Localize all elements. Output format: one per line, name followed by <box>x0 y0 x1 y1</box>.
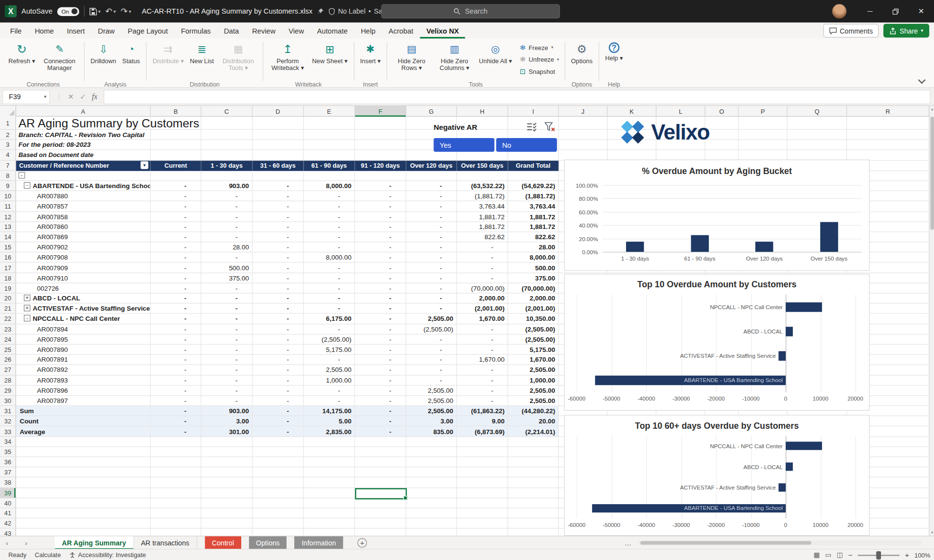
cell-G11[interactable]: - <box>406 201 457 211</box>
cell-A34[interactable] <box>16 437 151 447</box>
cell-B7[interactable]: Current <box>151 160 201 171</box>
cell-A9[interactable]: -ABARTENDE - USA Bartending School <box>16 181 151 191</box>
cell-B11[interactable]: - <box>151 201 201 211</box>
row-header-12[interactable]: 12 <box>0 211 16 222</box>
cell-I30[interactable]: 2,505.00 <box>508 396 558 406</box>
cell-B41[interactable] <box>151 508 201 519</box>
menu-tab-insert[interactable]: Insert <box>60 23 91 39</box>
column-header-Q[interactable]: Q <box>788 106 847 117</box>
cell-H8[interactable] <box>457 171 508 181</box>
cell-B15[interactable]: - <box>151 242 201 252</box>
cell-H9[interactable]: (63,532.22) <box>457 181 508 191</box>
row-header-10[interactable]: 10 <box>0 191 16 201</box>
cell-F11[interactable]: - <box>355 201 406 211</box>
cell-B34[interactable] <box>151 437 201 447</box>
cancel-entry-icon[interactable]: ✕ <box>68 92 74 101</box>
cell-K4[interactable] <box>608 150 656 160</box>
cell-A30[interactable]: AR007897 <box>16 396 151 406</box>
column-header-L[interactable]: L <box>656 106 705 117</box>
cell-E40[interactable] <box>304 498 355 508</box>
cell-H32[interactable]: 9.00 <box>457 416 508 426</box>
collapse-group-icon[interactable]: - <box>24 182 30 189</box>
cell-C25[interactable]: - <box>201 345 252 355</box>
cell-F23[interactable]: - <box>355 324 406 334</box>
cell-P4[interactable] <box>738 150 787 160</box>
cell-G27[interactable]: - <box>406 365 457 375</box>
cell-H35[interactable] <box>457 447 508 457</box>
cell-E27[interactable]: 2,505.00 <box>304 365 355 375</box>
cell-E1[interactable] <box>304 117 355 130</box>
sheet-tab-ar-aging-summary[interactable]: AR Aging Summary <box>55 536 134 549</box>
cell-E17[interactable]: - <box>304 263 355 273</box>
cell-H28[interactable]: - <box>457 375 508 385</box>
menu-tab-acrobat[interactable]: Acrobat <box>382 23 420 39</box>
cell-I7[interactable]: Grand Total <box>508 160 558 171</box>
cell-I27[interactable]: 2,505.00 <box>508 365 558 375</box>
cell-E2[interactable] <box>304 130 355 140</box>
column-header-R[interactable]: R <box>847 106 929 117</box>
cell-C2[interactable] <box>201 130 252 140</box>
drilldown-button[interactable]: ⇩Drilldown <box>88 40 119 78</box>
cell-A12[interactable]: AR007858 <box>16 211 151 222</box>
options-button[interactable]: ⚙Options <box>568 40 596 78</box>
zoom-out-icon[interactable]: − <box>848 551 853 559</box>
cell-C27[interactable]: - <box>201 365 252 375</box>
cell-B9[interactable]: - <box>151 181 201 191</box>
cell-A27[interactable]: AR007892 <box>16 365 151 375</box>
clear-filter-icon[interactable] <box>544 122 555 135</box>
row-header-20[interactable]: 20 <box>0 294 16 304</box>
cell-D41[interactable] <box>252 508 304 519</box>
column-header-H[interactable]: H <box>457 106 508 117</box>
cell-I34[interactable] <box>508 437 558 447</box>
collapse-ribbon-icon[interactable] <box>918 76 926 84</box>
row-header-37[interactable]: 37 <box>0 467 16 477</box>
column-header-C[interactable]: C <box>201 106 252 117</box>
cell-C13[interactable]: - <box>201 222 252 232</box>
cell-E41[interactable] <box>304 508 355 519</box>
cell-G18[interactable]: - <box>406 273 457 283</box>
cell-D3[interactable] <box>252 140 304 150</box>
column-header-O[interactable]: O <box>705 106 739 117</box>
cell-D35[interactable] <box>252 447 304 457</box>
cell-I17[interactable]: 500.00 <box>508 263 558 273</box>
cell-F12[interactable]: - <box>355 211 406 222</box>
cell-A29[interactable]: AR007896 <box>16 385 151 396</box>
cell-A36[interactable] <box>16 457 151 467</box>
cell-C39[interactable] <box>201 488 252 498</box>
cell-D21[interactable]: - <box>252 304 304 314</box>
cell-G9[interactable]: - <box>406 181 457 191</box>
cell-I36[interactable] <box>508 457 558 467</box>
cell-H22[interactable]: 1,670.00 <box>457 314 508 324</box>
cell-I13[interactable]: 1,881.72 <box>508 222 558 232</box>
cell-G28[interactable]: - <box>406 375 457 385</box>
cell-D40[interactable] <box>252 498 304 508</box>
cell-I16[interactable]: 8,000.00 <box>508 252 558 262</box>
selected-cell-F39[interactable] <box>355 488 407 499</box>
cell-A23[interactable]: AR007894 <box>16 324 151 334</box>
cell-B27[interactable]: - <box>151 365 201 375</box>
cell-D24[interactable]: - <box>252 334 304 345</box>
cell-E11[interactable]: - <box>304 201 355 211</box>
sheet-tab-options[interactable]: Options <box>249 536 287 549</box>
cell-I20[interactable]: 2,000.00 <box>508 294 558 304</box>
cell-C34[interactable] <box>201 437 252 447</box>
row-header-4[interactable]: 4 <box>0 150 16 160</box>
cell-I28[interactable]: 1,000.00 <box>508 375 558 385</box>
cell-H31[interactable]: (61,863.22) <box>457 406 508 416</box>
cell-C10[interactable]: - <box>201 191 252 201</box>
column-header-G[interactable]: G <box>406 106 457 117</box>
cell-D43[interactable] <box>252 529 304 536</box>
next-sheet-icon[interactable]: › <box>25 536 27 549</box>
vertical-scroll-thumb[interactable] <box>931 117 934 230</box>
row-header-39[interactable]: 39 <box>0 488 16 498</box>
menu-tab-help[interactable]: Help <box>354 23 382 39</box>
cell-E10[interactable]: - <box>304 191 355 201</box>
cell-G13[interactable]: - <box>406 222 457 232</box>
cell-J1[interactable] <box>559 117 608 130</box>
restore-button[interactable] <box>883 0 909 23</box>
cell-C33[interactable]: 301.00 <box>201 426 252 437</box>
cell-L4[interactable] <box>656 150 705 160</box>
cell-A22[interactable]: -NPCCALL - NPC Call Center <box>16 314 151 324</box>
menu-tab-automate[interactable]: Automate <box>310 23 354 39</box>
cell-H42[interactable] <box>457 519 508 529</box>
